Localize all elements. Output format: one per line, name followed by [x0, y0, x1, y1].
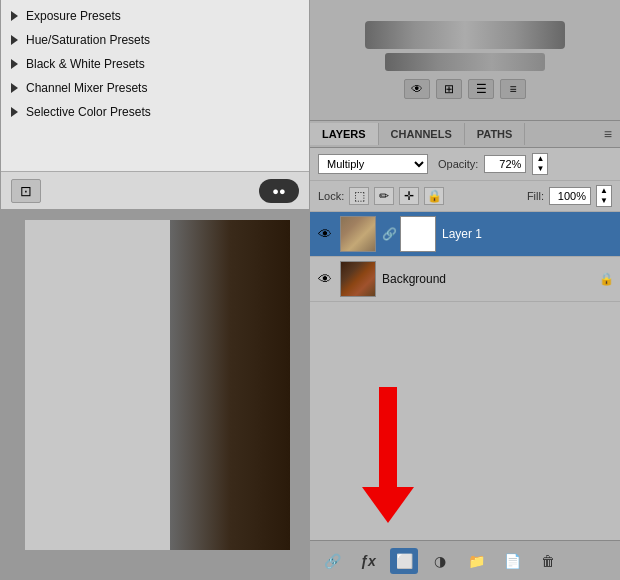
background-name: Background [382, 272, 593, 286]
opacity-down-arrow[interactable]: ▼ [533, 164, 547, 174]
layer1-link-icon: 🔗 [382, 227, 394, 241]
opacity-input[interactable] [484, 155, 526, 173]
preset-new-symbol: ⊡ [20, 183, 32, 199]
brushes-toolbar: 👁 ⊞ ☰ ≡ [404, 79, 526, 99]
tab-layers[interactable]: LAYERS [310, 123, 379, 145]
fill-arrows: ▲ ▼ [596, 185, 612, 207]
preset-label-selective-color: Selective Color Presets [26, 105, 151, 119]
preset-item-channel-mixer[interactable]: Channel Mixer Presets [1, 76, 309, 100]
expand-arrow-icon [11, 35, 18, 45]
layer1-visibility-toggle[interactable]: 👁 [316, 225, 334, 243]
fill-up-arrow[interactable]: ▲ [597, 186, 611, 196]
fx-button[interactable]: ƒx [354, 548, 382, 574]
canvas-dark-overlay [170, 220, 290, 550]
layer1-mask-thumbnail [400, 216, 436, 252]
brushes-area: 👁 ⊞ ☰ ≡ [310, 0, 620, 120]
delete-layer-button[interactable]: 🗑 [534, 548, 562, 574]
preset-item-black-white[interactable]: Black & White Presets [1, 52, 309, 76]
brush-tool-settings-icon[interactable]: ≡ [500, 79, 526, 99]
fill-input[interactable] [549, 187, 591, 205]
preset-item-selective-color[interactable]: Selective Color Presets [1, 100, 309, 124]
brush-stroke-1 [365, 21, 565, 49]
expand-arrow-icon [11, 11, 18, 21]
preset-menu-icon[interactable]: ●● [259, 179, 299, 203]
layer-item-layer1[interactable]: 👁 🔗 Layer 1 [310, 212, 620, 257]
lock-row: Lock: ⬚ ✏ ✛ 🔒 Fill: ▲ ▼ [310, 181, 620, 212]
lock-label: Lock: [318, 190, 344, 202]
layers-list: 👁 🔗 Layer 1 👁 Background 🔒 [310, 212, 620, 340]
expand-arrow-icon [11, 83, 18, 93]
new-layer-button[interactable]: 📄 [498, 548, 526, 574]
tabs-bar: LAYERS CHANNELS PATHS ≡ [310, 120, 620, 148]
preset-item-hue-saturation[interactable]: Hue/Saturation Presets [1, 28, 309, 52]
add-mask-button[interactable]: ⬜ [390, 548, 418, 574]
preset-label-exposure: Exposure Presets [26, 9, 121, 23]
tab-channels[interactable]: CHANNELS [379, 123, 465, 145]
brush-tool-list-icon[interactable]: ☰ [468, 79, 494, 99]
canvas-area [0, 210, 310, 580]
layer-item-background[interactable]: 👁 Background 🔒 [310, 257, 620, 302]
fill-label: Fill: [527, 190, 544, 202]
lock-transparent-btn[interactable]: ⬚ [349, 187, 369, 205]
tab-paths-label: PATHS [477, 128, 513, 140]
opacity-up-arrow[interactable]: ▲ [533, 154, 547, 164]
blend-mode-row: Multiply Normal Screen Overlay Opacity: … [310, 148, 620, 181]
preset-panel: Exposure Presets Hue/Saturation Presets … [0, 0, 310, 210]
expand-arrow-icon [11, 59, 18, 69]
brush-tool-grid-icon[interactable]: ⊞ [436, 79, 462, 99]
red-arrow [362, 387, 414, 523]
arrow-shaft [379, 387, 397, 487]
tab-channels-label: CHANNELS [391, 128, 452, 140]
canvas-inner [25, 220, 290, 550]
fill-down-arrow[interactable]: ▼ [597, 196, 611, 206]
opacity-label: Opacity: [438, 158, 478, 170]
adjustment-button[interactable]: ◑ [426, 548, 454, 574]
layer1-name: Layer 1 [442, 227, 614, 241]
opacity-arrows: ▲ ▼ [532, 153, 548, 175]
preset-item-exposure[interactable]: Exposure Presets [1, 4, 309, 28]
link-layers-button[interactable]: 🔗 [318, 548, 346, 574]
background-thumbnail [340, 261, 376, 297]
background-visibility-toggle[interactable]: 👁 [316, 270, 334, 288]
lock-all-btn[interactable]: 🔒 [424, 187, 444, 205]
expand-arrow-icon [11, 107, 18, 117]
preset-list: Exposure Presets Hue/Saturation Presets … [1, 0, 309, 128]
preset-label-hue-saturation: Hue/Saturation Presets [26, 33, 150, 47]
arrow-head [362, 487, 414, 523]
tab-paths[interactable]: PATHS [465, 123, 526, 145]
preset-label-black-white: Black & White Presets [26, 57, 145, 71]
brush-stroke-2 [385, 53, 545, 71]
tab-layers-label: LAYERS [322, 128, 366, 140]
brush-tool-eye-icon[interactable]: 👁 [404, 79, 430, 99]
preset-label-channel-mixer: Channel Mixer Presets [26, 81, 147, 95]
blend-mode-select[interactable]: Multiply Normal Screen Overlay [318, 154, 428, 174]
new-group-button[interactable]: 📁 [462, 548, 490, 574]
lock-position-btn[interactable]: ✛ [399, 187, 419, 205]
layer1-thumbnail [340, 216, 376, 252]
bottom-toolbar: 🔗 ƒx ⬜ ◑ 📁 📄 🗑 [310, 540, 620, 580]
lock-pixels-btn[interactable]: ✏ [374, 187, 394, 205]
preset-footer: ⊡ ●● [1, 171, 309, 209]
preset-menu-symbol: ●● [272, 185, 285, 197]
panel-menu-icon[interactable]: ≡ [596, 121, 620, 147]
preset-new-icon[interactable]: ⊡ [11, 179, 41, 203]
background-lock-icon: 🔒 [599, 272, 614, 286]
red-arrow-area [310, 380, 465, 530]
